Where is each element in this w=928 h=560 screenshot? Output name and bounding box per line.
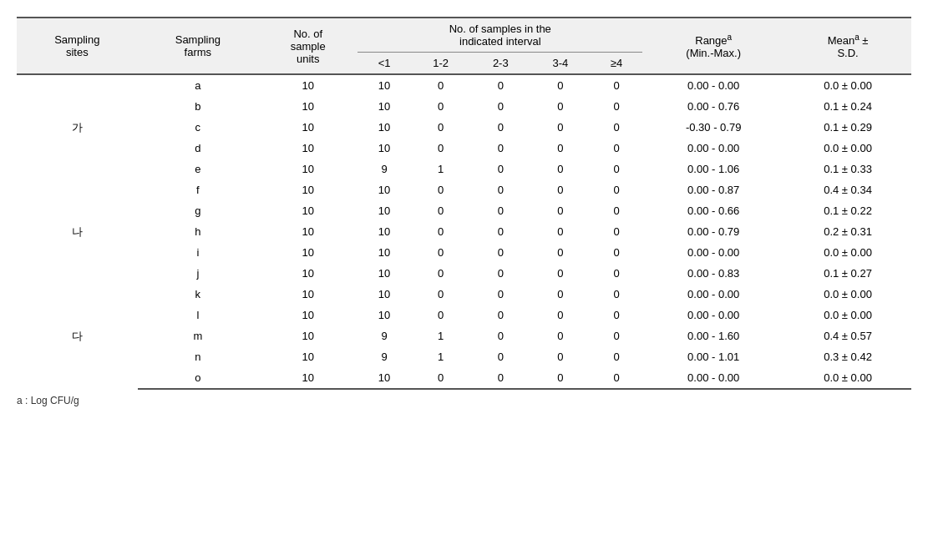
range-cell: 0.00 - 1.60 [642,325,784,346]
gte4-cell: 0 [591,74,643,96]
r12-cell: 1 [411,325,471,346]
table-row: h101000000.00 - 0.790.2 ± 0.31 [17,221,911,242]
r12-cell: 0 [411,367,471,389]
data-table: Samplingsites Samplingfarms No. ofsample… [17,17,911,390]
r23-cell: 0 [470,221,530,242]
header-mean-sd: Meana ±S.D. [784,18,911,74]
gte4-cell: 0 [591,346,643,367]
mean-sd-cell: 0.0 ± 0.00 [784,284,911,305]
units-cell: 10 [258,284,358,305]
range-cell: 0.00 - 0.00 [642,367,784,389]
r12-cell: 0 [411,117,471,138]
farm-cell: e [138,159,259,179]
gte4-cell: 0 [591,159,643,179]
r23-cell: 0 [470,200,530,221]
farm-cell: i [138,242,259,263]
lt1-cell: 10 [358,305,410,325]
table-row: n10910000.00 - 1.010.3 ± 0.42 [17,346,911,367]
table-row: 가a101000000.00 - 0.000.0 ± 0.00 [17,74,911,96]
lt1-cell: 10 [358,74,410,96]
gte4-cell: 0 [591,305,643,325]
mean-sd-cell: 0.0 ± 0.00 [784,367,911,389]
gte4-cell: 0 [591,367,643,389]
lt1-cell: 10 [358,221,410,242]
mean-sd-cell: 0.4 ± 0.57 [784,325,911,346]
r34-cell: 0 [530,346,591,367]
gte4-cell: 0 [591,221,643,242]
gte4-cell: 0 [591,263,643,284]
units-cell: 10 [258,96,358,117]
lt1-cell: 10 [358,284,410,305]
header-gte4: ≥4 [591,53,643,75]
range-cell: 0.00 - 0.76 [642,96,784,117]
r23-cell: 0 [470,159,530,179]
r23-cell: 0 [470,346,530,367]
table-row: g101000000.00 - 0.660.1 ± 0.22 [17,200,911,221]
table-row: 나f101000000.00 - 0.870.4 ± 0.34 [17,179,911,200]
r12-cell: 0 [411,138,471,159]
header-no-samples-group: No. of samples in theindicated interval [358,18,642,53]
mean-sd-cell: 0.1 ± 0.33 [784,159,911,179]
farm-cell: d [138,138,259,159]
lt1-cell: 10 [358,179,410,200]
gte4-cell: 0 [591,96,643,117]
r12-cell: 0 [411,221,471,242]
range-cell: 0.00 - 0.83 [642,263,784,284]
r23-cell: 0 [470,367,530,389]
units-cell: 10 [258,263,358,284]
r34-cell: 0 [530,96,591,117]
r34-cell: 0 [530,221,591,242]
r23-cell: 0 [470,96,530,117]
lt1-cell: 10 [358,263,410,284]
units-cell: 10 [258,346,358,367]
table-row: c10100000-0.30 - 0.790.1 ± 0.29 [17,117,911,138]
r23-cell: 0 [470,138,530,159]
farm-cell: n [138,346,259,367]
r34-cell: 0 [530,138,591,159]
farm-cell: k [138,284,259,305]
r12-cell: 1 [411,346,471,367]
r23-cell: 0 [470,305,530,325]
farm-cell: b [138,96,259,117]
mean-sd-cell: 0.1 ± 0.27 [784,263,911,284]
mean-sd-cell: 0.0 ± 0.00 [784,242,911,263]
units-cell: 10 [258,367,358,389]
range-cell: 0.00 - 0.00 [642,284,784,305]
range-cell: -0.30 - 0.79 [642,117,784,138]
units-cell: 10 [258,138,358,159]
r34-cell: 0 [530,74,591,96]
farm-cell: h [138,221,259,242]
mean-sd-cell: 0.1 ± 0.24 [784,96,911,117]
range-cell: 0.00 - 1.06 [642,159,784,179]
gte4-cell: 0 [591,117,643,138]
header-no-sample-units: No. ofsampleunits [258,18,358,74]
mean-sd-cell: 0.0 ± 0.00 [784,305,911,325]
mean-sd-cell: 0.1 ± 0.22 [784,200,911,221]
farm-cell: o [138,367,259,389]
mean-sd-cell: 0.0 ± 0.00 [784,74,911,96]
table-row: l101000000.00 - 0.000.0 ± 0.00 [17,305,911,325]
header-r23: 2-3 [470,53,530,75]
units-cell: 10 [258,325,358,346]
lt1-cell: 10 [358,242,410,263]
lt1-cell: 10 [358,200,410,221]
range-cell: 0.00 - 0.00 [642,242,784,263]
footnote: a : Log CFU/g [17,395,911,406]
range-cell: 0.00 - 1.01 [642,346,784,367]
range-cell: 0.00 - 0.00 [642,74,784,96]
r34-cell: 0 [530,159,591,179]
header-range: Rangea(Min.-Max.) [642,18,784,74]
header-r12: 1-2 [411,53,471,75]
lt1-cell: 10 [358,367,410,389]
header-lt1: <1 [358,53,410,75]
units-cell: 10 [258,179,358,200]
gte4-cell: 0 [591,200,643,221]
table-row: 다k101000000.00 - 0.000.0 ± 0.00 [17,284,911,305]
r23-cell: 0 [470,325,530,346]
units-cell: 10 [258,117,358,138]
table-row: e10910000.00 - 1.060.1 ± 0.33 [17,159,911,179]
lt1-cell: 10 [358,96,410,117]
range-cell: 0.00 - 0.87 [642,179,784,200]
gte4-cell: 0 [591,325,643,346]
r23-cell: 0 [470,242,530,263]
